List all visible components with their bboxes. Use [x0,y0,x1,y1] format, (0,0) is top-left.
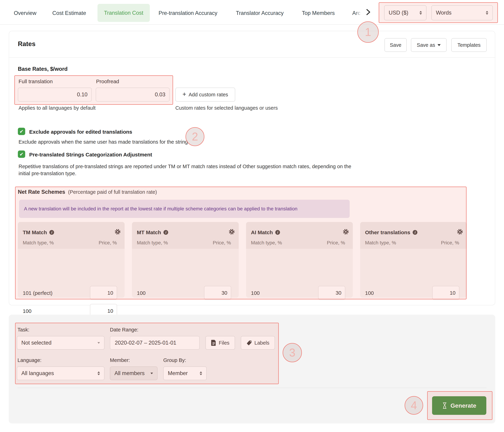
full-translation-label: Full translation [18,78,53,85]
currency-select-value: USD ($) [389,10,408,16]
match-type-column: Match type, % [365,240,396,246]
group-by-label: Group By: [163,357,186,363]
generate-label: Generate [450,402,476,409]
task-select-value: Not selected [21,340,52,346]
price-column: Price, % [441,240,459,246]
other-row1-price: 10 [450,290,456,296]
member-caret-icon [151,373,153,374]
tab-translator-accuracy[interactable]: Translator Accuracy [236,10,284,16]
files-button[interactable]: Files [206,336,235,350]
price-column: Price, % [213,240,231,246]
exclude-approvals-checkbox[interactable]: ✔ [18,128,25,135]
units-updown-icon [486,11,488,15]
filters-divider [18,388,486,388]
language-label: Language: [18,357,42,363]
task-caret-icon [98,342,100,344]
filters-panel: Task: Not selected Date Range: 2020-02-0… [9,315,495,423]
price-column: Price, % [99,240,117,246]
date-range-input[interactable]: 2020-02-07 – 2025-01-01 [110,336,200,350]
ai-row1-price-input[interactable]: 30 [318,286,345,300]
member-select[interactable]: All members [110,366,158,380]
tm-row2-match: 100 [23,308,32,314]
group-by-select[interactable]: Member [163,366,207,380]
mt-row1-match: 100 [137,290,146,296]
proofread-label: Proofread [96,78,119,85]
ai-match-card: AI Match i Match type, % Price, % 100 30 [246,222,353,298]
proofread-value: 0.03 [155,92,165,98]
mt-row1-price-input[interactable]: 30 [204,286,231,300]
info-icon[interactable]: i [163,230,168,235]
tm-row1-price-input[interactable]: 10 [90,286,117,300]
member-label: Member: [110,357,130,363]
ai-row1-price: 30 [336,290,342,296]
proofread-input[interactable]: 0.03 [96,88,170,102]
pretranslated-adjustment-checkbox[interactable]: ✔ [18,150,25,158]
date-range-value: 2020-02-07 – 2025-01-01 [115,340,176,346]
currency-updown-icon [420,11,422,15]
member-select-value: All members [115,370,144,376]
rates-title: Rates [18,40,36,48]
ai-match-title: AI Match [251,229,273,235]
tabs-overflow-chevron-icon[interactable] [364,9,372,17]
save-button[interactable]: Save [385,38,407,52]
other-translations-title: Other translations [365,229,410,235]
tab-overview[interactable]: Overview [14,10,36,16]
language-updown-icon [98,371,100,375]
tm-row1-match: 101 (perfect) [23,290,53,296]
gear-icon[interactable] [457,229,463,236]
units-select[interactable]: Words [431,5,493,20]
gear-icon[interactable] [229,229,235,236]
gear-icon[interactable] [343,229,349,236]
info-icon[interactable]: i [413,230,417,235]
save-as-button[interactable]: Save as [411,38,447,52]
save-label: Save [390,42,401,48]
files-label: Files [219,340,229,346]
match-type-column: Match type, % [251,240,282,246]
card-header-divider [9,57,495,58]
match-type-column: Match type, % [23,240,54,246]
match-type-column: Match type, % [137,240,168,246]
generate-button[interactable]: Generate [432,396,486,415]
language-select[interactable]: All languages [17,366,105,380]
rates-card: Rates Save Save as Templates Base Rates,… [9,31,495,305]
full-translation-value: 0.10 [77,92,88,98]
lowest-rate-banner: A new translation will be included in th… [19,200,350,218]
ai-match-card-header: AI Match i Match type, % Price, % [246,222,353,249]
tm-match-card-header: TM Match i Match type, % Price, % [18,222,125,249]
other-translations-card: Other translations i Match type, % Price… [360,222,467,298]
currency-select[interactable]: USD ($) [384,5,426,20]
tab-pre-translation-accuracy[interactable]: Pre-translation Accuracy [159,10,217,16]
labels-button[interactable]: Labels [241,336,275,350]
units-select-value: Words [436,10,451,16]
tab-cost-estimate[interactable]: Cost Estimate [52,10,86,16]
mt-match-card-header: MT Match i Match type, % Price, % [132,222,239,249]
tab-translation-cost-label: Translation Cost [104,10,143,16]
tm-match-title: TM Match [23,229,47,235]
language-select-value: All languages [21,370,54,376]
lowest-rate-banner-text: A new translation will be included in th… [24,206,297,212]
gear-icon[interactable] [115,229,121,236]
task-select[interactable]: Not selected [17,336,105,350]
price-column: Price, % [327,240,345,246]
task-label: Task: [18,327,29,333]
add-custom-rates-button[interactable]: + Add custom rates [175,88,235,102]
tab-top-members[interactable]: Top Members [302,10,335,16]
templates-label: Templates [458,42,481,48]
base-rates-heading: Base Rates, $/word [18,66,68,72]
info-icon[interactable]: i [275,230,280,235]
hourglass-icon [442,402,447,409]
full-translation-input[interactable]: 0.10 [18,88,92,102]
base-rates-left-caption: Applies to all languages by default [18,105,96,111]
other-row1-price-input[interactable]: 10 [432,286,459,300]
tab-translation-cost[interactable]: Translation Cost [98,4,150,22]
reports-page: Overview Cost Estimate Translation Cost … [0,0,504,432]
add-custom-rates-label: Add custom rates [189,92,228,98]
info-icon[interactable]: i [49,230,54,235]
ai-row1-match: 100 [251,290,260,296]
net-rate-schemes-heading: Net Rate Schemes (Percentage paid of ful… [18,189,157,195]
templates-button[interactable]: Templates [451,38,487,52]
base-rates-right-caption: Custom rates for selected languages or u… [175,105,278,111]
plus-icon: + [182,91,186,98]
check-icon: ✔ [19,129,23,134]
pretranslated-adjustment-description: Repetitive translations of pre-translate… [18,163,358,177]
